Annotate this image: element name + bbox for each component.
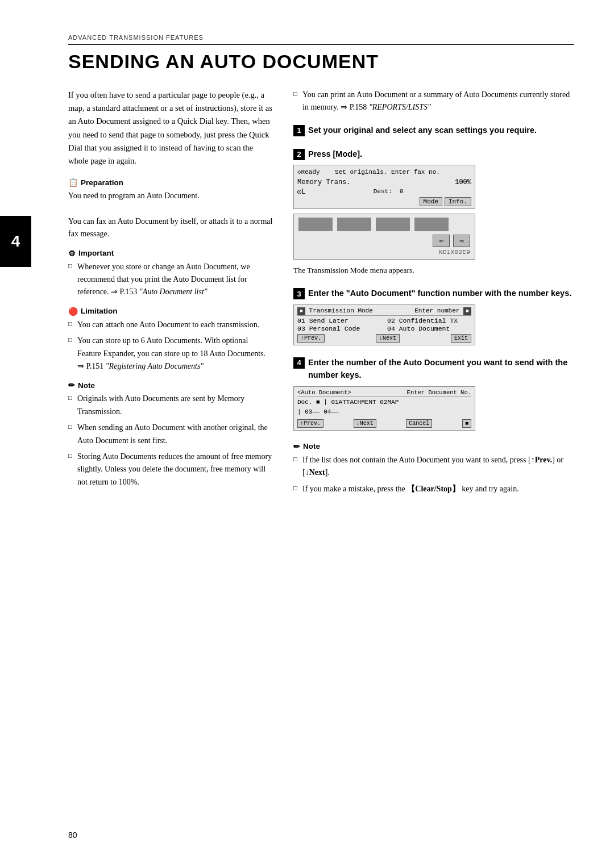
- next-button[interactable]: ↓Next: [376, 334, 400, 343]
- lcd-mode-placeholder: [298, 218, 470, 231]
- step3-num: 3: [293, 288, 305, 299]
- exit-button[interactable]: Exit: [451, 334, 471, 343]
- preparation-icon: 📋: [68, 178, 78, 187]
- cancel-button[interactable]: Cancel: [406, 419, 432, 428]
- confirm-button[interactable]: ■: [462, 419, 471, 428]
- lcd-screen-1: ◇Ready Set originals. Enter fax no. Memo…: [293, 165, 475, 209]
- list-item: Doc. ■ | 01ATTACHMENT 02MAP: [297, 398, 471, 408]
- step4-text: Enter the number of the Auto Document yo…: [308, 357, 574, 382]
- lcd-row-1: ◇Ready Set originals. Enter fax no.: [297, 168, 471, 177]
- tm-footer: ↑Prev. ↓Next Exit: [297, 334, 471, 343]
- preparation-title: 📋 Preparation: [68, 178, 273, 187]
- left-column: If you often have to send a particular p…: [68, 89, 273, 503]
- important-icon: ⚙: [68, 249, 76, 258]
- step4-header: 4 Enter the number of the Auto Document …: [293, 357, 574, 382]
- ad-header: <Auto Document> Enter Document No.: [297, 389, 471, 397]
- note-right-list: If the list does not contain the Auto Do…: [293, 454, 574, 495]
- important-section: ⚙ Important Whenever you store or change…: [68, 249, 273, 299]
- step2-header: 2 Press [Mode].: [293, 148, 574, 161]
- list-item: Storing Auto Documents reduces the amoun…: [68, 450, 273, 489]
- step3-header: 3 Enter the "Auto Document" function num…: [293, 287, 574, 300]
- preparation-body: You need to program an Auto Document. Yo…: [68, 190, 273, 241]
- limitation-section: 🔴 Limitation You can attach one Auto Doc…: [68, 307, 273, 373]
- note-right-title: ✏ Note: [293, 442, 574, 451]
- page-title: SENDING AN AUTO DOCUMENT: [68, 51, 574, 73]
- page-number: 80: [68, 831, 77, 840]
- forward-arrow-btn[interactable]: ⇨: [453, 235, 470, 247]
- note-right-icon: ✏: [293, 442, 300, 451]
- step1-header: 1 Set your original and select any scan …: [293, 124, 574, 137]
- transmission-mode-lcd: ■ Transmission Mode Enter number ■ 01 Se…: [293, 304, 475, 345]
- prev-button-2[interactable]: ↑Prev.: [297, 419, 323, 428]
- main-content: If you often have to send a particular p…: [68, 89, 574, 503]
- lcd-row-3: ◎L Dest: 0: [297, 187, 471, 196]
- lcd-buttons-row: Mode Info.: [297, 197, 471, 206]
- tm-icon-right: ■: [463, 307, 471, 315]
- mode-placeholder-4: [414, 218, 449, 231]
- lcd-mode-panel: ⇦ ⇨ ND1X02E9: [293, 214, 475, 260]
- step1-block: 1 Set your original and select any scan …: [293, 124, 574, 137]
- list-item: You can print an Auto Document or a summ…: [293, 89, 574, 114]
- limitation-icon: 🔴: [68, 307, 78, 316]
- step1-num: 1: [293, 125, 305, 136]
- limitation-title: 🔴 Limitation: [68, 307, 273, 316]
- right-intro-list: You can print an Auto Document or a summ…: [293, 89, 574, 114]
- list-item: When sending an Auto Document with anoth…: [68, 422, 273, 447]
- mode-placeholder-3: [376, 218, 410, 231]
- tm-rows: 01 Send Later 02 Confidential TX 03 Pers…: [297, 317, 471, 332]
- mode-caption: The Transmission Mode menu appears.: [293, 264, 574, 277]
- list-item: If you make a mistake, press the 【Clear/…: [293, 483, 574, 495]
- note-left-section: ✏ Note Originals with Auto Documents are…: [68, 381, 273, 489]
- step3-text: Enter the "Auto Document" function numbe…: [308, 287, 574, 300]
- right-column: You can print an Auto Document or a summ…: [293, 89, 574, 503]
- note-icon: ✏: [68, 381, 75, 390]
- lcd-mode-btns: ⇦ ⇨: [298, 235, 470, 247]
- prev-button[interactable]: ↑Prev.: [297, 334, 325, 343]
- list-item: Whenever you store or change an Auto Doc…: [68, 261, 273, 299]
- important-list: Whenever you store or change an Auto Doc…: [68, 261, 273, 299]
- lcd-row-2: Memory Trans. 100%: [297, 177, 471, 187]
- step2-num: 2: [293, 149, 305, 160]
- step2-text: Press [Mode].: [308, 148, 574, 161]
- intro-text: If you often have to send a particular p…: [68, 89, 273, 168]
- step1-text: Set your original and select any scan se…: [308, 124, 574, 137]
- breadcrumb: ADVANCED TRANSMISSION FEATURES: [68, 34, 574, 45]
- ad-rows: Doc. ■ | 01ATTACHMENT 02MAP | 03—— 04——: [297, 398, 471, 418]
- step4-num: 4: [293, 357, 305, 369]
- list-item: | 03—— 04——: [297, 407, 471, 418]
- list-item: If the list does not contain the Auto Do…: [293, 454, 574, 479]
- tm-header: ■ Transmission Mode Enter number ■: [297, 307, 471, 316]
- list-item: Originals with Auto Documents are sent b…: [68, 393, 273, 418]
- note-left-list: Originals with Auto Documents are sent b…: [68, 393, 273, 489]
- auto-doc-lcd: <Auto Document> Enter Document No. Doc. …: [293, 386, 475, 431]
- side-tab: 4: [0, 216, 31, 267]
- lcd-caption-id: ND1X02E9: [298, 248, 470, 256]
- list-item: 01 Send Later: [297, 317, 381, 324]
- preparation-section: 📋 Preparation You need to program an Aut…: [68, 178, 273, 241]
- mode-placeholder-1: [298, 218, 333, 231]
- list-item: 02 Confidential TX: [387, 317, 471, 324]
- note-right-section: ✏ Note If the list does not contain the …: [293, 442, 574, 495]
- list-item: You can store up to 6 Auto Documents. Wi…: [68, 335, 273, 373]
- list-item: 04 Auto Document: [387, 325, 471, 332]
- note-left-title: ✏ Note: [68, 381, 273, 390]
- step2-block: 2 Press [Mode]. ◇Ready Set originals. En…: [293, 148, 574, 277]
- ad-footer: ↑Prev. ↓Next Cancel ■: [297, 419, 471, 428]
- next-button-2[interactable]: ↓Next: [354, 419, 376, 428]
- mode-placeholder-2: [337, 218, 371, 231]
- limitation-list: You can attach one Auto Document to each…: [68, 319, 273, 373]
- mode-button[interactable]: Mode: [420, 197, 442, 206]
- list-item: 03 Personal Code: [297, 325, 381, 332]
- list-item: You can attach one Auto Document to each…: [68, 319, 273, 331]
- important-title: ⚙ Important: [68, 249, 273, 258]
- page-container: 4 ADVANCED TRANSMISSION FEATURES SENDING…: [0, 0, 614, 868]
- tm-icon: ■: [297, 307, 305, 315]
- info-button[interactable]: Info.: [445, 197, 471, 206]
- back-arrow-btn[interactable]: ⇦: [433, 235, 450, 247]
- step3-block: 3 Enter the "Auto Document" function num…: [293, 287, 574, 345]
- step4-block: 4 Enter the number of the Auto Document …: [293, 357, 574, 431]
